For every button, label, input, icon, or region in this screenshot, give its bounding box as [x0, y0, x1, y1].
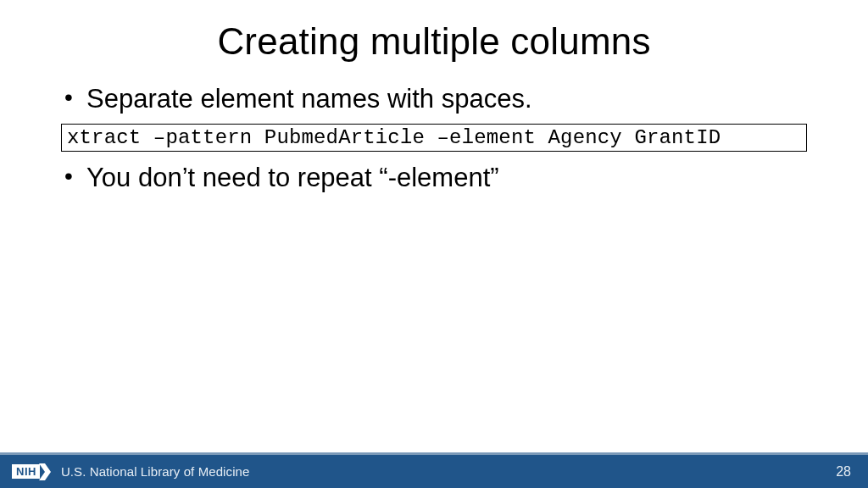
nih-logo-text: NIH [12, 464, 40, 479]
footer-brand: NIH U.S. National Library of Medicine [12, 463, 249, 480]
code-example: xtract –pattern PubmedArticle –element A… [61, 124, 807, 152]
nih-logo: NIH [12, 463, 51, 480]
bullet-item: You don’t need to repeat “-element” [61, 160, 807, 196]
library-name: U.S. National Library of Medicine [61, 464, 250, 479]
slide-body: Separate element names with spaces. xtra… [0, 63, 868, 196]
slide-footer: NIH U.S. National Library of Medicine 28 [0, 452, 868, 488]
bullet-item: Separate element names with spaces. [61, 81, 807, 117]
slide-title: Creating multiple columns [0, 0, 868, 63]
page-number: 28 [836, 464, 851, 480]
bullet-list: Separate element names with spaces. [61, 81, 807, 117]
slide: Creating multiple columns Separate eleme… [0, 0, 868, 488]
chevron-right-icon [39, 463, 51, 480]
bullet-list: You don’t need to repeat “-element” [61, 160, 807, 196]
